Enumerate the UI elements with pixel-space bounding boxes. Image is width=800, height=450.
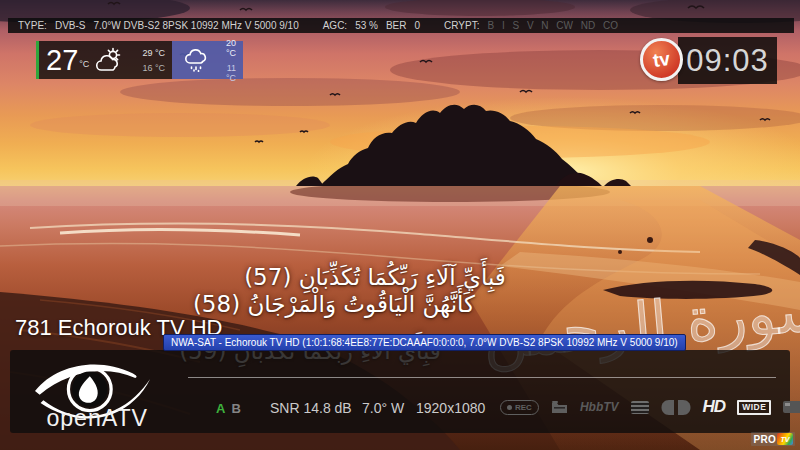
status-icon-row: REC HbbTV HD WIDE bbox=[500, 396, 800, 418]
dolby-digital-icon bbox=[661, 399, 691, 416]
snr-value: SNR 14.8 dB bbox=[270, 400, 352, 416]
watermark-tv-logo: TV bbox=[777, 433, 793, 445]
tuner-b-indicator: B bbox=[231, 401, 240, 416]
subtitle-line-1: فَبِأَيِّ آلَاءِ رَبِّكُمَا تُكَذِّبَانِ… bbox=[240, 264, 510, 290]
type-label: TYPE: bbox=[18, 20, 47, 31]
current-temperature: 27 bbox=[46, 46, 78, 75]
openatv-logo: openATV bbox=[30, 352, 170, 430]
subtitle-icon bbox=[783, 401, 800, 413]
degree-unit: °C bbox=[79, 59, 89, 69]
today-low-temp: 16 °C bbox=[142, 63, 165, 73]
infobar-separator bbox=[188, 377, 776, 378]
watermark-pro-text: PRO bbox=[753, 434, 776, 445]
crypt-systems: B I S V N CW ND CO bbox=[487, 20, 618, 31]
hd-indicator: HD bbox=[703, 397, 726, 417]
brand-text: openATV bbox=[46, 405, 148, 430]
clock-time: 09:03 bbox=[686, 43, 769, 79]
resolution-value: 1920x1080 bbox=[416, 400, 485, 416]
tuner-indicators: AB bbox=[216, 401, 241, 416]
tuner-status-bar: TYPE: DVB-S 7.0°W DVB-S2 8PSK 10992 MHz … bbox=[8, 18, 794, 33]
weather-today: 27 °C 29 °C 16 °C bbox=[39, 41, 172, 79]
infobar: openATV AB SNR 14.8 dB 7.0° W 1920x1080 … bbox=[10, 350, 790, 433]
record-icon: REC bbox=[500, 400, 539, 415]
orbital-position: 7.0° W bbox=[362, 400, 404, 416]
transponder-info: 7.0°W DVB-S2 8PSK 10992 MHz V 5000 9/10 bbox=[93, 20, 298, 31]
channel-number: 781 bbox=[15, 315, 52, 340]
rain-cloud-icon bbox=[184, 48, 209, 72]
clock: 09:03 bbox=[678, 37, 777, 84]
teletext-icon bbox=[631, 401, 649, 414]
today-high-temp: 29 °C bbox=[142, 48, 165, 58]
channel-watermark: PRO TV bbox=[751, 432, 795, 446]
sun-cloud-icon bbox=[94, 47, 124, 74]
record-dot bbox=[507, 405, 512, 410]
watermark-tv-text: TV bbox=[781, 436, 790, 443]
ber-value: 0 bbox=[415, 20, 421, 31]
agc-value: 53 % bbox=[355, 20, 378, 31]
tomorrow-high-temp: 20 °C bbox=[216, 38, 236, 58]
service-tooltip: NWA-SAT - Echorouk TV HD (1:0:1:68:4EE8:… bbox=[163, 334, 686, 351]
record-label: REC bbox=[515, 403, 532, 412]
type-value: DVB-S bbox=[55, 20, 86, 31]
tuner-a-indicator: A bbox=[216, 401, 225, 416]
agc-label: AGC: bbox=[323, 20, 347, 31]
ber-label: BER bbox=[386, 20, 407, 31]
channel-logo-text: tv bbox=[652, 49, 671, 70]
subtitle-line-2: كَأَنَّهُنَّ الْيَاقُوتُ وَالْمَرْجَانُ … bbox=[205, 291, 475, 317]
crypt-label: CRYPT: bbox=[444, 20, 479, 31]
weather-widget: 27 °C 29 °C 16 °C 20 bbox=[36, 41, 243, 79]
channel-logo: tv bbox=[640, 38, 683, 81]
weather-tomorrow: 20 °C 11 °C bbox=[172, 41, 243, 79]
hbbtv-logo: HbbTV bbox=[580, 400, 619, 414]
tv-screen: TYPE: DVB-S 7.0°W DVB-S2 8PSK 10992 MHz … bbox=[0, 0, 800, 450]
wide-indicator: WIDE bbox=[737, 400, 771, 415]
tomorrow-low-temp: 11 °C bbox=[216, 63, 236, 83]
media-folder-icon bbox=[551, 400, 568, 414]
